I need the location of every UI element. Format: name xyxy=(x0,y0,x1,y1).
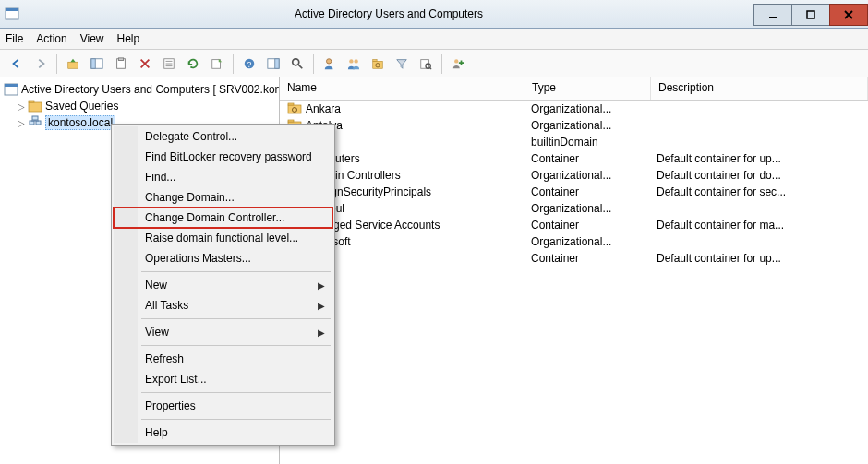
item-type: Container xyxy=(524,252,649,265)
toolbar: ? xyxy=(0,50,868,78)
svg-point-25 xyxy=(349,59,353,63)
submenu-arrow-icon: ▶ xyxy=(318,301,325,311)
new-group-icon[interactable] xyxy=(343,53,365,75)
svg-rect-37 xyxy=(29,101,34,102)
domain-icon xyxy=(28,115,42,130)
item-type: Organizational... xyxy=(524,169,649,182)
menu-separator xyxy=(141,318,331,319)
context-menu-item[interactable]: New▶ xyxy=(114,275,332,295)
context-menu-item[interactable]: Operations Masters... xyxy=(114,248,332,268)
back-button[interactable] xyxy=(6,53,28,75)
list-pane[interactable]: Name Type Description AnkaraOrganization… xyxy=(280,77,868,464)
list-item[interactable]: MicrosoftOrganizational... xyxy=(280,233,868,250)
app-icon xyxy=(0,0,24,28)
submenu-arrow-icon: ▶ xyxy=(318,327,325,338)
context-menu-item[interactable]: Help xyxy=(114,422,332,443)
menu-separator xyxy=(141,419,331,420)
properties-icon[interactable] xyxy=(158,53,180,75)
menu-item-label: Find... xyxy=(145,171,175,184)
svg-rect-39 xyxy=(36,121,41,125)
menu-file[interactable]: File xyxy=(6,32,23,45)
new-ou-icon[interactable] xyxy=(367,53,389,75)
context-menu-item[interactable]: Find BitLocker recovery password xyxy=(114,147,332,167)
find-icon[interactable] xyxy=(286,53,308,75)
list-item[interactable]: AntalyaOrganizational... xyxy=(280,117,868,134)
list-item[interactable]: ComputersContainerDefault container for … xyxy=(280,150,868,167)
context-menu-item[interactable]: Refresh xyxy=(114,349,332,369)
column-type[interactable]: Type xyxy=(524,77,651,100)
menu-separator xyxy=(141,392,331,393)
maximize-button[interactable] xyxy=(791,4,830,26)
ou-icon xyxy=(287,101,302,118)
expander-icon[interactable]: ▷ xyxy=(15,118,28,128)
menu-item-label: Operations Masters... xyxy=(145,252,251,265)
context-menu-item[interactable]: Delegate Control... xyxy=(114,126,332,147)
list-item[interactable]: AnkaraOrganizational... xyxy=(280,101,868,117)
item-description: Default container for up... xyxy=(649,152,868,165)
show-hide-tree-button[interactable] xyxy=(86,53,108,75)
menu-separator xyxy=(141,345,331,346)
add-to-group-icon[interactable] xyxy=(447,53,469,75)
column-name[interactable]: Name xyxy=(280,77,524,100)
expander-icon[interactable]: ▷ xyxy=(15,101,28,112)
clipboard-icon[interactable] xyxy=(110,53,132,75)
list-item[interactable]: IstanbulOrganizational... xyxy=(280,200,868,217)
menu-item-label: All Tasks xyxy=(145,299,188,312)
menu-item-label: View xyxy=(145,326,169,339)
refresh-icon[interactable] xyxy=(182,53,204,75)
svg-rect-3 xyxy=(807,11,814,18)
search-icon[interactable] xyxy=(415,53,437,75)
context-menu-item[interactable]: Export List... xyxy=(114,369,332,389)
help-icon[interactable]: ? xyxy=(238,53,260,75)
tree-saved-queries[interactable]: ▷ Saved Queries xyxy=(0,98,279,114)
svg-rect-38 xyxy=(30,121,34,125)
up-button[interactable] xyxy=(62,53,84,75)
menu-bar: File Action View Help xyxy=(0,29,868,50)
tree-root[interactable]: Active Directory Users and Computers [ S… xyxy=(0,81,279,98)
list-item[interactable]: UsersContainerDefault container for up..… xyxy=(280,250,868,267)
window-title: Active Directory Users and Computers xyxy=(24,7,753,20)
new-user-icon[interactable] xyxy=(319,53,341,75)
svg-rect-10 xyxy=(118,58,123,61)
context-menu-item[interactable]: Change Domain... xyxy=(114,187,332,208)
item-type: Organizational... xyxy=(524,202,649,215)
svg-rect-8 xyxy=(91,59,95,69)
svg-rect-35 xyxy=(5,84,18,87)
context-menu-item[interactable]: Change Domain Controller... xyxy=(114,208,332,228)
column-description[interactable]: Description xyxy=(651,77,868,100)
menu-separator xyxy=(141,271,331,272)
menu-help[interactable]: Help xyxy=(117,32,140,45)
item-type: Organizational... xyxy=(524,235,649,248)
menu-item-label: Find BitLocker recovery password xyxy=(145,150,312,163)
filter-icon[interactable] xyxy=(391,53,413,75)
svg-rect-6 xyxy=(68,62,78,68)
context-menu-item[interactable]: View▶ xyxy=(114,322,332,342)
list-item[interactable]: ForeignSecurityPrincipalsContainerDefaul… xyxy=(280,184,868,200)
menu-action[interactable]: Action xyxy=(36,32,66,45)
svg-point-26 xyxy=(354,59,357,63)
item-type: Container xyxy=(524,152,649,165)
context-menu-item[interactable]: All Tasks▶ xyxy=(114,295,332,315)
context-menu-item[interactable]: Properties xyxy=(114,396,332,416)
item-type: Organizational... xyxy=(524,102,649,115)
menu-view[interactable]: View xyxy=(80,32,104,45)
item-description: Default container for up... xyxy=(649,252,868,265)
item-type: builtinDomain xyxy=(524,136,649,149)
delete-icon[interactable] xyxy=(134,53,156,75)
export-icon[interactable] xyxy=(206,53,228,75)
menu-item-label: Raise domain functional level... xyxy=(145,232,298,244)
svg-line-23 xyxy=(298,65,302,68)
column-headers[interactable]: Name Type Description xyxy=(280,77,868,101)
forward-button[interactable] xyxy=(30,53,52,75)
list-item[interactable]: BuiltinbuiltinDomain xyxy=(280,134,868,150)
list-item[interactable]: Domain ControllersOrganizational...Defau… xyxy=(280,167,868,184)
item-description: Default container for sec... xyxy=(649,185,868,198)
context-menu: Delegate Control...Find BitLocker recove… xyxy=(111,124,335,446)
context-menu-item[interactable]: Raise domain functional level... xyxy=(114,228,332,248)
context-menu-item[interactable]: Find... xyxy=(114,167,332,187)
minimize-button[interactable] xyxy=(753,4,792,26)
item-type: Container xyxy=(524,185,649,198)
action-pane-icon[interactable] xyxy=(262,53,284,75)
close-button[interactable] xyxy=(829,4,868,26)
list-item[interactable]: Managed Service AccountsContainerDefault… xyxy=(280,217,868,233)
